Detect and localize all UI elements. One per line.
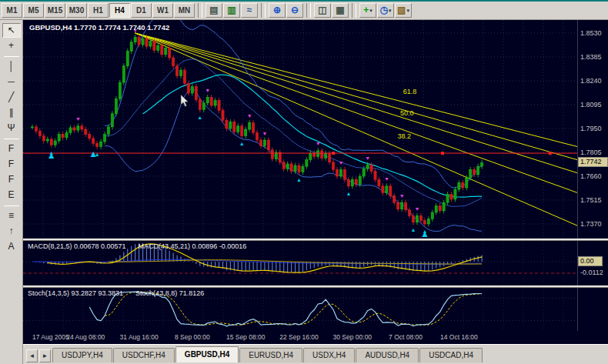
timeframe-button-mn[interactable]: MN [174, 3, 195, 18]
zoom-in-icon-glyph: ⊕ [273, 4, 281, 17]
svg-text:▲: ▲ [411, 227, 416, 232]
vertical-line-tool[interactable]: │ [2, 59, 21, 74]
templates-icon-glyph: ▧ [397, 4, 406, 17]
trendline-tool[interactable]: ╱ [2, 90, 21, 105]
price-axis-label: 1.8095 [580, 101, 602, 109]
svg-text:61.8: 61.8 [403, 88, 417, 95]
macd-canvas[interactable] [23, 241, 577, 286]
current-price-tag: 1.7742 [578, 157, 608, 167]
price-chart-canvas[interactable]: 61.850.038.2▲▼▲▼▲▼▲▼▼▲▼▼▲▼▼▼▲▼▲▲▲▲ [23, 20, 577, 239]
chevron-down-icon[interactable]: ▾ [389, 4, 392, 17]
cycle-lines-tool[interactable]: ≡ [2, 209, 21, 223]
svg-text:▲: ▲ [239, 141, 245, 146]
time-axis-label: 22 Sep 16:00 [279, 333, 319, 341]
drawing-toolbar: ↖+│─╱∥ΨFFFE≡↑A [0, 20, 23, 364]
toolbar-separator [4, 205, 19, 206]
andrews-pitchfork-tool[interactable]: Ψ [2, 121, 21, 135]
chart-tools-toolbar: ▤▥≈⊕⊖◫▦+▾◷▾▧▾ [205, 3, 413, 18]
time-axis-label: 8 Sep 00:00 [175, 333, 210, 341]
chart-tab-bar: ◄►USDJPY,H4USDCHF,H4GBPUSD,H4EURUSD,H4US… [23, 344, 608, 364]
fibonacci-fan-tool[interactable]: F [2, 157, 21, 172]
price-axis-label: 1.7805 [580, 149, 602, 156]
fibonacci-retracement-tool[interactable]: F [2, 142, 21, 156]
svg-text:▼: ▼ [414, 206, 419, 212]
bar-chart-icon-glyph: ▤ [209, 4, 218, 17]
equidistant-channel-tool[interactable]: ∥ [2, 105, 21, 120]
templates-icon[interactable]: ▧▾ [395, 3, 412, 18]
chart-window: 61.850.038.2▲▼▲▼▲▼▲▼▼▲▼▼▲▼▼▼▲▼▲▲▲▲ GBPUS… [23, 20, 608, 364]
timeframe-button-m1[interactable]: M1 [2, 3, 22, 18]
toolbar-separator [306, 3, 311, 18]
time-axis: 17 Aug 200524 Aug 08:0031 Aug 16:008 Sep… [23, 331, 608, 344]
chart-tab-usdx-h4[interactable]: USDX,H4 [303, 348, 355, 362]
time-axis-label: 30 Sep 00:00 [333, 333, 372, 341]
chart-tab-audusd-h4[interactable]: AUDUSD,H4 [356, 348, 419, 362]
add-indicator-icon[interactable]: +▾ [359, 3, 376, 18]
zoom-out-icon-glyph: ⊖ [291, 4, 299, 17]
toolbar-separator [4, 56, 19, 57]
timeframe-button-h4[interactable]: H4 [109, 3, 130, 18]
crosshair-tool[interactable]: + [2, 38, 21, 53]
chart-tab-usdchf-h4[interactable]: USDCHF,H4 [113, 348, 175, 362]
price-axis-label: 1.8530 [580, 29, 602, 37]
arrows-tool[interactable]: ↑ [2, 224, 21, 239]
timeframe-toolbar: M1M5M15M30H1H4D1W1MN [2, 3, 195, 18]
chart-tab-eurusd-h4[interactable]: EURUSD,H4 [239, 348, 302, 362]
svg-text:▲: ▲ [296, 177, 302, 182]
price-axis-label: 1.8240 [580, 77, 602, 85]
svg-text:38.2: 38.2 [397, 132, 411, 140]
time-axis-label: 15 Sep 08:00 [226, 333, 266, 341]
timeframe-button-m15[interactable]: M15 [45, 3, 65, 18]
svg-text:▼: ▼ [262, 131, 267, 136]
horizontal-line-tool[interactable]: ─ [2, 75, 21, 89]
price-axis-label: 1.8385 [580, 53, 602, 61]
timeframe-button-d1[interactable]: D1 [131, 3, 152, 18]
fibonacci-arcs-tool[interactable]: F [2, 172, 21, 187]
svg-text:▼: ▼ [399, 193, 405, 199]
timeframe-button-h1[interactable]: H1 [88, 3, 109, 18]
cascade-windows-icon[interactable]: ▦ [332, 3, 349, 18]
svg-text:▼: ▼ [316, 141, 321, 146]
timeframe-button-m5[interactable]: M5 [23, 3, 44, 18]
timeframe-button-m30[interactable]: M30 [66, 3, 87, 18]
svg-text:▲: ▲ [346, 191, 351, 196]
svg-text:▲: ▲ [420, 229, 429, 239]
macd-panel: MACD(8,21,5) 0.00678 0.00571 MACD(43,45,… [23, 241, 608, 286]
mt4-window: M1M5M15M30H1H4D1W1MN ▤▥≈⊕⊖◫▦+▾◷▾▧▾ ↖+│─╱… [0, 0, 608, 364]
svg-text:50.0: 50.0 [400, 109, 414, 117]
text-tool[interactable]: A [2, 239, 21, 254]
svg-text:▼: ▼ [75, 116, 81, 122]
zoom-out-icon[interactable]: ⊖ [286, 3, 303, 18]
main-area: ↖+│─╱∥ΨFFFE≡↑A 61.850.038.2▲▼▲▼▲▼▲▼▼▲▼▼▲… [0, 20, 608, 364]
candlestick-chart-icon-glyph: ▥ [227, 4, 236, 17]
candlestick-chart-icon[interactable]: ▥ [223, 3, 240, 18]
chart-tab-usdcad-h4[interactable]: USDCAD,H4 [419, 348, 483, 362]
chart-tab-gbpusd-h4[interactable]: GBPUSD,H4 [175, 346, 239, 362]
stoch-axis [577, 288, 608, 331]
line-chart-icon[interactable]: ≈ [241, 3, 258, 18]
price-axis-label: 1.7370 [580, 220, 602, 228]
svg-text:▼: ▼ [132, 28, 138, 33]
price-axis-label: 1.7515 [580, 196, 602, 204]
price-axis-label: 1.7660 [580, 172, 602, 180]
tile-windows-icon[interactable]: ◫ [314, 3, 331, 18]
chevron-down-icon[interactable]: ▾ [369, 4, 372, 17]
chevron-down-icon[interactable]: ▾ [406, 4, 409, 17]
chart-tab-usdjpy-h4[interactable]: USDJPY,H4 [52, 348, 112, 362]
bar-chart-icon[interactable]: ▤ [205, 3, 222, 18]
add-indicator-icon-glyph: + [363, 4, 369, 17]
timeframe-button-w1[interactable]: W1 [152, 3, 173, 18]
timeframes-icon[interactable]: ◷▾ [377, 3, 394, 18]
cursor-tool[interactable]: ↖ [2, 23, 21, 38]
svg-text:▼: ▼ [247, 113, 252, 119]
tabs-scroll-left[interactable]: ◄ [26, 349, 38, 362]
tabs-scroll-right[interactable]: ► [39, 349, 51, 362]
svg-text:▲: ▲ [47, 150, 56, 161]
timeframes-icon-glyph: ◷ [380, 4, 388, 17]
zoom-in-icon[interactable]: ⊕ [269, 3, 286, 18]
svg-text:▼: ▼ [205, 88, 210, 93]
tile-windows-icon-glyph: ◫ [318, 4, 326, 17]
stoch-canvas[interactable] [23, 288, 577, 331]
svg-text:▼: ▼ [365, 155, 370, 161]
elliott-wave-tool[interactable]: E [2, 188, 21, 202]
